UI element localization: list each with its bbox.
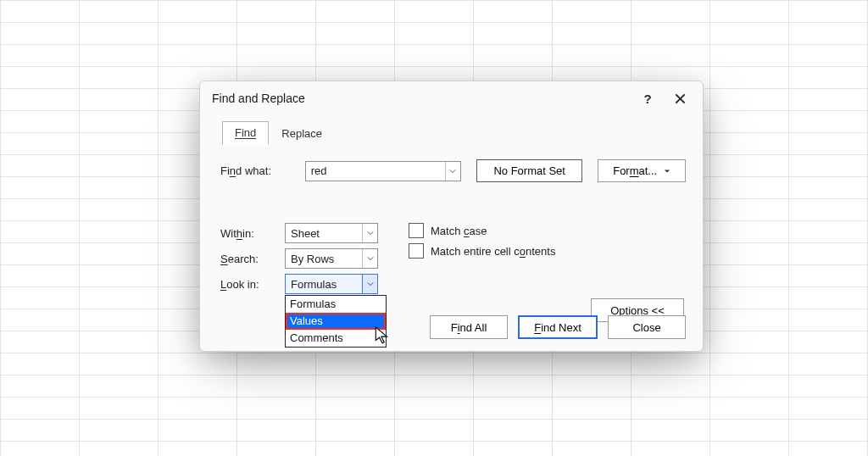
- search-options-area: Within: Sheet Search: By Rows: [220, 223, 686, 294]
- chevron-down-icon: [449, 168, 456, 175]
- find-what-label: Find what:: [220, 164, 290, 177]
- cursor-icon: [375, 326, 390, 345]
- chevron-down-icon: [367, 281, 374, 287]
- checkbox-icon: [409, 243, 424, 259]
- dialog-title: Find and Replace: [212, 92, 305, 105]
- search-arrow[interactable]: [362, 249, 377, 268]
- within-label: Within:: [220, 227, 278, 240]
- within-select[interactable]: Sheet: [285, 223, 378, 243]
- checkbox-icon: [409, 223, 424, 238]
- search-value: By Rows: [286, 253, 362, 265]
- search-selects: Within: Sheet Search: By Rows: [220, 223, 378, 294]
- chevron-down-icon: [367, 230, 374, 236]
- tab-replace[interactable]: Replace: [269, 122, 335, 145]
- within-row: Within: Sheet: [220, 223, 378, 243]
- lookin-option-formulas[interactable]: Formulas: [286, 296, 386, 313]
- mouse-cursor: [375, 326, 390, 348]
- tab-replace-label: Replace: [281, 127, 322, 140]
- lookin-dropdown-list: Formulas Values Comments: [285, 295, 387, 348]
- dialog-titlebar: Find and Replace ?: [200, 81, 703, 115]
- search-row: Search: By Rows: [220, 248, 378, 269]
- search-select[interactable]: By Rows: [285, 248, 378, 269]
- tabs: Find Replace: [222, 119, 686, 144]
- no-format-set-display: No Format Set: [476, 159, 583, 182]
- find-next-label: Find Next: [534, 321, 581, 334]
- find-what-dropdown-arrow[interactable]: [445, 162, 460, 181]
- find-replace-dialog: Find and Replace ? Find Replace Find wha…: [199, 81, 704, 352]
- close-button[interactable]: Close: [608, 315, 686, 339]
- match-entire-checkbox[interactable]: Match entire cell contents: [409, 243, 555, 259]
- lookin-select[interactable]: Formulas: [285, 274, 378, 294]
- tab-find-label: Find: [235, 126, 256, 139]
- match-entire-label: Match entire cell contents: [431, 245, 555, 258]
- format-dropdown-arrow[interactable]: [664, 164, 670, 177]
- match-checkboxes: Match case Match entire cell contents: [409, 223, 555, 294]
- chevron-down-icon: [664, 168, 670, 175]
- format-button-label: Format...: [613, 164, 657, 177]
- lookin-label: Look in:: [220, 278, 278, 291]
- lookin-row: Look in: Formulas Formulas Values Commen…: [220, 274, 378, 294]
- find-what-row: Find what: red No Format Set Format...: [220, 159, 686, 182]
- close-icon: [675, 93, 686, 104]
- find-what-input[interactable]: red: [305, 161, 461, 181]
- lookin-value: Formulas: [286, 278, 362, 291]
- match-case-checkbox[interactable]: Match case: [409, 223, 555, 238]
- close-window-button[interactable]: [664, 86, 696, 111]
- tab-find[interactable]: Find: [222, 121, 269, 145]
- within-value: Sheet: [286, 227, 362, 240]
- chevron-down-icon: [367, 255, 374, 262]
- find-all-button[interactable]: Find All: [430, 315, 508, 339]
- lookin-arrow[interactable]: [362, 275, 377, 293]
- search-label: Search:: [220, 253, 278, 265]
- help-button[interactable]: ?: [632, 86, 664, 111]
- within-arrow[interactable]: [362, 224, 377, 242]
- find-next-button[interactable]: Find Next: [518, 315, 598, 339]
- match-case-label: Match case: [431, 225, 487, 237]
- lookin-option-values[interactable]: Values: [286, 313, 386, 330]
- find-what-value: red: [306, 164, 445, 177]
- find-all-label: Find All: [451, 321, 487, 334]
- format-button[interactable]: Format...: [598, 159, 686, 182]
- help-icon: ?: [643, 92, 651, 106]
- dialog-body: Find Replace Find what: red No Format Se…: [200, 115, 703, 301]
- lookin-option-comments[interactable]: Comments: [286, 330, 386, 347]
